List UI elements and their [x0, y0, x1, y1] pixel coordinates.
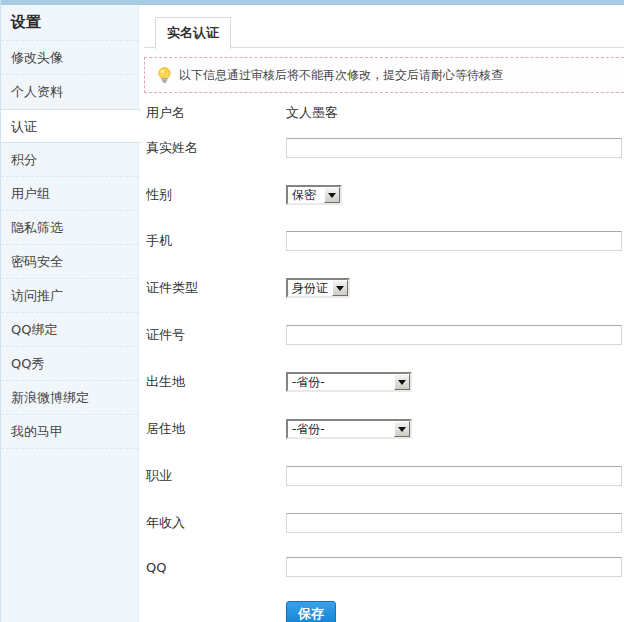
residence-select[interactable]: -省份-	[286, 419, 412, 439]
form-row-residence: 居住地 -省份-	[146, 419, 622, 439]
chevron-down-icon	[336, 286, 344, 295]
dropdown-arrow-button[interactable]	[394, 421, 410, 437]
form-row-mobile: 手机	[146, 231, 622, 251]
sidebar-item-avatar[interactable]: 修改头像	[1, 41, 138, 75]
gender-label: 性别	[146, 186, 172, 204]
form-row-gender: 性别 保密	[146, 185, 622, 205]
form-row-idtype: 证件类型 身份证	[146, 278, 622, 298]
mobile-label: 手机	[146, 232, 172, 250]
save-button[interactable]: 保存	[286, 601, 336, 622]
form-row-idnumber: 证件号	[146, 325, 622, 345]
idtype-select[interactable]: 身份证	[286, 278, 350, 298]
sidebar-item-weibo-bind[interactable]: 新浪微博绑定	[1, 381, 138, 415]
settings-sidebar: 设置 修改头像 个人资料 认证 积分 用户组 隐私筛选 密码安全 访问推广 QQ…	[1, 5, 139, 622]
notice-banner: 以下信息通过审核后将不能再次修改，提交后请耐心等待核查	[144, 57, 624, 93]
sidebar-item-profile[interactable]: 个人资料	[1, 75, 138, 109]
sidebar-item-verification[interactable]: 认证	[1, 109, 141, 143]
sidebar-menu: 修改头像 个人资料 认证 积分 用户组 隐私筛选 密码安全 访问推广 QQ绑定 …	[1, 41, 138, 449]
sidebar-item-credits[interactable]: 积分	[1, 143, 138, 177]
idtype-select-value: 身份证	[288, 281, 332, 295]
form-row-username: 用户名 文人墨客	[146, 103, 622, 123]
gender-select-value: 保密	[288, 188, 324, 202]
sidebar-item-privacy[interactable]: 隐私筛选	[1, 211, 138, 245]
sidebar-item-password-security[interactable]: 密码安全	[1, 245, 138, 279]
settings-page: 设置 修改头像 个人资料 认证 积分 用户组 隐私筛选 密码安全 访问推广 QQ…	[0, 0, 624, 622]
mobile-input[interactable]	[286, 231, 622, 251]
form-row-birthplace: 出生地 -省份-	[146, 372, 622, 392]
dropdown-arrow-button[interactable]	[324, 187, 340, 203]
realname-label: 真实姓名	[146, 139, 198, 157]
form-row-occupation: 职业	[146, 466, 622, 486]
idnumber-label: 证件号	[146, 326, 185, 344]
birthplace-label: 出生地	[146, 373, 185, 391]
gender-select[interactable]: 保密	[286, 185, 342, 205]
dropdown-arrow-button[interactable]	[332, 280, 348, 296]
residence-label: 居住地	[146, 420, 185, 438]
sidebar-item-my-alias[interactable]: 我的马甲	[1, 415, 138, 449]
qq-input[interactable]	[286, 557, 622, 577]
sidebar-item-qq-bind[interactable]: QQ绑定	[1, 313, 138, 347]
form-row-qq: QQ	[146, 557, 622, 577]
birthplace-select[interactable]: -省份-	[286, 372, 412, 392]
chevron-down-icon	[398, 427, 406, 436]
username-value: 文人墨客	[286, 104, 338, 122]
sidebar-item-promotion[interactable]: 访问推广	[1, 279, 138, 313]
chevron-down-icon	[398, 380, 406, 389]
income-input[interactable]	[286, 513, 622, 533]
form-row-income: 年收入	[146, 513, 622, 533]
dropdown-arrow-button[interactable]	[394, 374, 410, 390]
income-label: 年收入	[146, 514, 185, 532]
username-label: 用户名	[146, 104, 185, 122]
realname-input[interactable]	[286, 138, 622, 158]
form-row-realname: 真实姓名	[146, 138, 622, 158]
occupation-input[interactable]	[286, 466, 622, 486]
sidebar-title: 设置	[1, 5, 138, 41]
sidebar-item-usergroup[interactable]: 用户组	[1, 177, 138, 211]
lightbulb-icon	[157, 67, 172, 84]
chevron-down-icon	[328, 193, 336, 202]
notice-text: 以下信息通过审核后将不能再次修改，提交后请耐心等待核查	[179, 67, 503, 84]
birthplace-select-value: -省份-	[288, 375, 394, 389]
tab-realname-verification[interactable]: 实名认证	[155, 17, 231, 49]
occupation-label: 职业	[146, 467, 172, 485]
idtype-label: 证件类型	[146, 279, 198, 297]
qq-label: QQ	[146, 560, 166, 575]
sidebar-item-qq-show[interactable]: QQ秀	[1, 347, 138, 381]
idnumber-input[interactable]	[286, 325, 622, 345]
residence-select-value: -省份-	[288, 422, 394, 436]
